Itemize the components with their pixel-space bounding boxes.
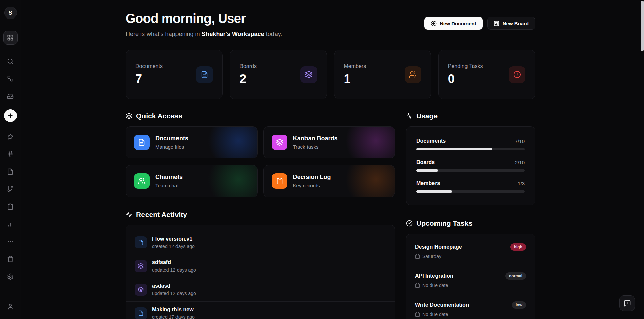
kanban-icon xyxy=(494,21,500,26)
card-subtitle: Track tasks xyxy=(293,144,338,150)
card-subtitle: Manage files xyxy=(155,144,188,150)
sidebar-item-settings[interactable] xyxy=(3,270,18,284)
file-icon xyxy=(196,66,213,83)
scrollbar-track xyxy=(640,0,644,319)
sidebar-item-analytics[interactable] xyxy=(3,217,18,231)
meter-value: 1/3 xyxy=(518,181,525,186)
sidebar-item-decision-log[interactable] xyxy=(3,200,18,214)
calendar-icon xyxy=(415,312,420,317)
stat-label: Members xyxy=(344,63,366,69)
scrollbar-thumb[interactable] xyxy=(641,1,644,51)
layers-icon xyxy=(272,135,287,150)
progress-track xyxy=(416,148,525,150)
main-content: Good morning, User Here is what's happen… xyxy=(21,0,644,319)
stat-label: Pending Tasks xyxy=(448,63,483,69)
card-title: Kanban Boards xyxy=(293,135,338,142)
activity-icon xyxy=(406,113,413,119)
workspace-logo[interactable]: S xyxy=(4,7,17,19)
sidebar-item-dashboard[interactable] xyxy=(3,31,18,45)
activity-meta: updated 12 days ago xyxy=(152,267,196,273)
usage-meter-documents: Documents 7/10 xyxy=(416,138,525,150)
trash-icon xyxy=(7,256,14,262)
progress-track xyxy=(416,169,525,172)
task-item[interactable]: Design Homepage high Saturday xyxy=(415,237,526,265)
stat-label: Boards xyxy=(239,63,257,69)
git-branch-icon xyxy=(7,186,14,192)
priority-badge: high xyxy=(510,243,526,251)
file-icon xyxy=(134,135,150,150)
task-due-date: No due date xyxy=(422,312,448,317)
activity-meta: updated 12 days ago xyxy=(152,291,196,296)
stat-card-pending-tasks: Pending Tasks 0 xyxy=(438,50,535,99)
search-icon xyxy=(7,58,14,65)
meter-value: 7/10 xyxy=(515,138,525,144)
subtitle-prefix: Here is what's happening in xyxy=(126,31,202,37)
page-header: Good morning, User Here is what's happen… xyxy=(126,11,535,38)
sidebar-item-channels[interactable] xyxy=(3,147,18,161)
users-icon xyxy=(405,66,421,83)
task-due-date: Saturday xyxy=(422,254,441,259)
sidebar-item-inbox[interactable] xyxy=(3,89,18,103)
sidebar-item-documents[interactable] xyxy=(3,165,18,179)
stat-value: 1 xyxy=(344,72,366,86)
stat-label: Documents xyxy=(135,63,163,69)
card-title: Decision Log xyxy=(293,174,331,181)
usage-title: Usage xyxy=(406,112,535,120)
progress-fill xyxy=(416,190,452,193)
decorative-glow xyxy=(346,165,395,197)
users-icon xyxy=(134,173,150,189)
dashboard-grid-icon xyxy=(7,34,14,41)
layers-icon xyxy=(300,66,317,83)
sidebar-item-trash[interactable] xyxy=(3,252,18,266)
quick-access-channels[interactable]: Channels Team chat xyxy=(126,165,258,197)
decorative-glow xyxy=(208,165,258,197)
meter-label: Documents xyxy=(416,138,446,144)
activity-item[interactable]: sdfsafd updated 12 days ago xyxy=(126,254,395,278)
chat-button[interactable] xyxy=(619,295,635,311)
sidebar-item-search[interactable] xyxy=(3,54,18,68)
activity-title: sdfsafd xyxy=(152,259,196,265)
priority-badge: normal xyxy=(505,272,526,280)
sidebar-item-branches[interactable] xyxy=(3,182,18,196)
file-icon xyxy=(135,236,147,248)
activity-icon xyxy=(126,211,132,218)
new-document-button[interactable]: New Document xyxy=(424,17,482,30)
circle-plus-icon xyxy=(431,21,437,26)
progress-fill xyxy=(416,169,438,172)
quick-access-kanban-boards[interactable]: Kanban Boards Track tasks xyxy=(263,126,395,158)
right-column: Usage Documents 7/10 xyxy=(406,112,535,319)
activity-item[interactable]: asdasd updated 12 days ago xyxy=(126,278,395,301)
stat-value: 2 xyxy=(239,72,257,86)
sidebar-item-more[interactable] xyxy=(3,235,18,249)
greeting-block: Good morning, User Here is what's happen… xyxy=(126,11,282,38)
quick-access-grid: Documents Manage files Kanban Boards xyxy=(126,126,395,197)
quick-access-documents[interactable]: Documents Manage files xyxy=(126,126,258,158)
task-item[interactable]: API Integration normal No due date xyxy=(415,265,526,294)
stat-value: 7 xyxy=(135,72,163,86)
stat-card-members: Members 1 xyxy=(334,50,431,99)
user-icon xyxy=(7,303,14,310)
sidebar: S xyxy=(0,0,21,319)
calendar-icon xyxy=(415,283,420,288)
sidebar-item-favorites[interactable] xyxy=(3,130,18,144)
layers-icon xyxy=(126,113,132,119)
activity-title: asdasd xyxy=(152,283,196,289)
sidebar-create-button[interactable] xyxy=(4,109,17,122)
page-title: Good morning, User xyxy=(126,11,282,26)
task-item[interactable]: Write Documentation low No due date xyxy=(415,294,526,319)
card-subtitle: Team chat xyxy=(155,183,183,188)
sidebar-item-account[interactable] xyxy=(3,299,18,314)
page-subtitle: Here is what's happening in Shekhar's Wo… xyxy=(126,31,282,38)
sidebar-item-flows[interactable] xyxy=(3,72,18,86)
star-icon xyxy=(7,133,14,140)
activity-item[interactable]: Flow version.v1 created 12 days ago xyxy=(126,231,395,254)
activity-item[interactable]: Making this new created 17 days ago xyxy=(126,301,395,319)
file-icon xyxy=(7,168,14,175)
new-board-button[interactable]: New Board xyxy=(487,17,535,30)
quick-access-decision-log[interactable]: Decision Log Key records xyxy=(263,165,395,197)
decorative-glow xyxy=(208,126,258,158)
meter-value: 2/10 xyxy=(515,160,525,165)
stat-card-documents: Documents 7 xyxy=(126,50,223,99)
task-due-date: No due date xyxy=(422,283,448,288)
task-title: API Integration xyxy=(415,273,453,279)
